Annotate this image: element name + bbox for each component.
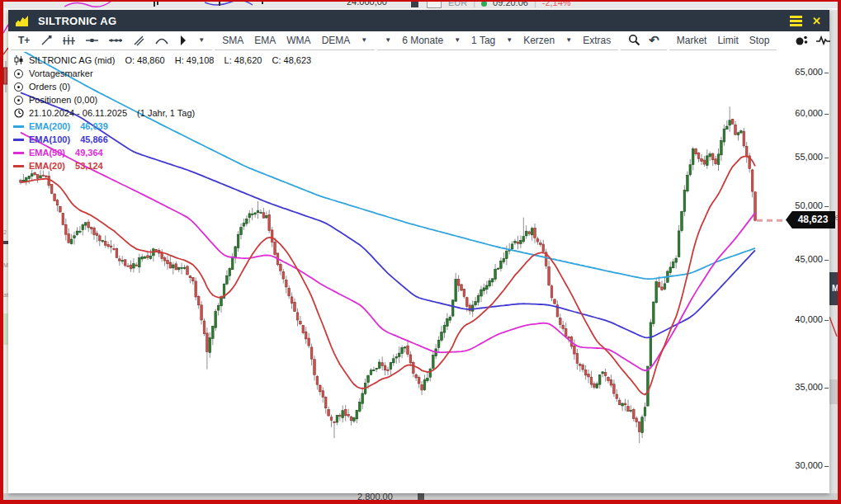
charttype-dropdown[interactable]: Kerzen — [523, 35, 555, 46]
draw-tools-chevron-down-icon[interactable]: ▼ — [198, 36, 205, 44]
close-icon[interactable]: ✕ — [812, 15, 821, 27]
radio-icon — [14, 96, 23, 105]
ema50-color-swatch — [13, 152, 24, 154]
ema50-legend[interactable]: EMA(50)49,364 — [13, 146, 319, 159]
text-tool-button[interactable]: T+ — [18, 35, 30, 46]
stop-order-button[interactable]: Stop — [749, 35, 770, 46]
freehand-tool-icon[interactable] — [133, 35, 144, 46]
trendline-tool-icon[interactable] — [40, 35, 52, 46]
window-title: SILTRONIC AG — [38, 15, 116, 27]
pulse-icon[interactable] — [816, 35, 830, 46]
red-annotation-border — [0, 0, 841, 2]
radio-icon — [14, 69, 23, 78]
background-window-right-fragment: de M — [829, 10, 838, 493]
red-annotation-border — [0, 500, 841, 504]
limit-order-button[interactable]: Limit — [717, 35, 738, 46]
flag-tool-icon[interactable] — [179, 35, 187, 46]
background-window-bottom-fragment: 2.800,00 — [0, 493, 841, 500]
range-interval-group: ▼ 6 Monate ▼ 1 Tag ▼ Kerzen ▼ Extras — [377, 33, 618, 50]
extras-dropdown[interactable]: Extras — [583, 35, 611, 46]
range-dropdown[interactable]: 6 Monate — [402, 35, 443, 46]
market-order-button[interactable]: Market — [677, 35, 707, 46]
close-value: C: 48,623 — [272, 55, 311, 65]
app-logo-icon — [15, 15, 30, 27]
undo-icon[interactable]: ↶ — [649, 35, 659, 45]
red-annotation-border — [0, 0, 3, 504]
vortagesmarker-toggle[interactable]: Vortagesmarker — [13, 67, 319, 80]
ema200-legend[interactable]: EMA(200)46,039 — [13, 120, 319, 133]
menu-icon[interactable] — [790, 16, 802, 26]
arc-tool-icon[interactable] — [155, 35, 168, 46]
window-titlebar[interactable]: SILTRONIC AG ✕ — [8, 10, 829, 31]
interval-note: (1 Jahr, 1 Tag) — [137, 108, 195, 118]
background-icon-fragment — [418, 493, 424, 500]
radio-icon — [14, 82, 23, 92]
red-annotation-border — [838, 0, 841, 504]
symbol-label: SILTRONIC AG (mid) — [29, 55, 115, 65]
candlestick-icon — [13, 55, 24, 65]
low-value: L: 48,620 — [224, 55, 262, 65]
horizontal-line-tool-icon[interactable] — [86, 35, 98, 46]
ohlc-row: SILTRONIC AG (mid) O: 48,860 H: 49,108 L… — [13, 54, 319, 67]
orders-bubbles-icon[interactable] — [795, 35, 808, 46]
ema-line-20 — [21, 157, 755, 395]
live-status-dot — [481, 1, 487, 7]
positions-toggle[interactable]: Positionen (0,00) — [13, 93, 319, 106]
interval-dropdown[interactable]: 1 Tag — [471, 35, 495, 46]
interval-chevron-down-icon[interactable]: ▼ — [454, 36, 461, 44]
ema200-color-swatch — [13, 125, 24, 128]
zoom-group: ↶ — [621, 33, 667, 50]
open-value: O: 48,860 — [125, 55, 164, 65]
sma-button[interactable]: SMA — [222, 35, 243, 46]
date-range-row: 21.10.2024 - 06.11.2025 (1 Jahr, 1 Tag) — [13, 106, 319, 120]
range-chevron-down-icon[interactable]: ▼ — [385, 36, 391, 44]
toolbar: T+ ▼ SMA EMA WMA DEMA ▼ ▼ 6 Monate ▼ — [8, 31, 829, 53]
dema-button[interactable]: DEMA — [322, 35, 351, 46]
chart-legend: SILTRONIC AG (mid) O: 48,860 H: 49,108 L… — [13, 54, 319, 172]
horizontal-ray-tool-icon[interactable] — [109, 35, 122, 46]
extras-chevron-down-icon[interactable]: ▼ — [565, 36, 572, 44]
chart-window: SILTRONIC AG ✕ T+ ▼ SMA EMA WMA — [8, 10, 829, 493]
ema100-legend[interactable]: EMA(100)45,866 — [13, 133, 319, 146]
right-icons-group — [787, 34, 838, 50]
zoom-icon[interactable] — [628, 34, 640, 46]
background-curve-fragment — [829, 315, 838, 340]
ema20-color-swatch — [13, 165, 24, 167]
order-buttons-group: Market Limit Stop — [669, 33, 777, 50]
last-price-tag: 48,623 — [786, 211, 835, 228]
ema20-legend[interactable]: EMA(20)53,124 — [13, 159, 319, 172]
chart-area: SILTRONIC AG (mid) O: 48,860 H: 49,108 L… — [8, 52, 829, 493]
background-tab-fragment: M — [829, 272, 838, 305]
ema100-color-swatch — [13, 139, 24, 141]
orders-toggle[interactable]: Orders (0) — [13, 80, 319, 93]
ohlc-values: SILTRONIC AG (mid) O: 48,860 H: 49,108 L… — [29, 55, 319, 65]
moving-average-group: SMA EMA WMA DEMA ▼ — [215, 33, 375, 50]
background-block-fragment — [829, 379, 838, 404]
ma-chevron-down-icon[interactable]: ▼ — [361, 36, 367, 44]
high-value: H: 49,108 — [175, 55, 215, 65]
draw-tools-group: T+ ▼ — [11, 33, 212, 50]
ema-button[interactable]: EMA — [254, 35, 276, 46]
wma-button[interactable]: WMA — [286, 35, 310, 46]
date-range: 21.10.2024 - 06.11.2025 — [29, 108, 127, 118]
fibonacci-tool-icon[interactable] — [63, 35, 75, 46]
charttype-chevron-down-icon[interactable]: ▼ — [506, 36, 513, 44]
background-axis-value: 2.800,00 — [357, 493, 393, 500]
screenshot-frame: 24.000,00 EUR | 09:20:06 | -2,14% 2 MII … — [0, 0, 841, 504]
clock-icon — [13, 108, 24, 118]
